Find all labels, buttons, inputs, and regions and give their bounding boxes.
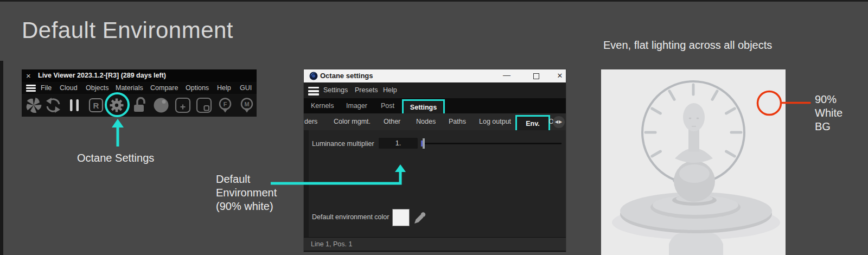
tab-color-mgmt[interactable]: Color mgmt. [334,118,371,125]
material-sphere-icon[interactable] [151,95,171,115]
tab-env-label: Env. [526,120,539,127]
picture-region-icon[interactable] [194,95,214,115]
tab-post[interactable]: Post [381,102,394,110]
close-icon[interactable]: ✕ [552,69,567,82]
render-caption: Even, flat lighting across all objects [603,39,772,52]
octane-settings-titlebar: Octane settings — ✕ [304,69,566,82]
status-bar: Line 1, Pos. 1 [304,237,566,251]
live-viewer-titlebar: × Live Viewer 2023.1.2-[R3] (289 days le… [22,69,257,82]
octane-app-icon [309,72,318,80]
tab-row-sub: ders Color mgmt. Other Nodes Paths Log o… [304,113,566,130]
menu-file[interactable]: File [41,84,52,92]
luminance-row: Luminance multiplier 1. [304,134,566,152]
tab-kernels[interactable]: Kernels [311,102,334,110]
luminance-input[interactable]: 1. [379,138,418,149]
octane-settings-window: Octane settings — ✕ Settings Presets Hel… [304,69,566,252]
menu-settings[interactable]: Settings [323,86,348,94]
menu-options[interactable]: Options [186,84,209,92]
close-icon[interactable]: × [26,71,31,80]
material-pin-icon[interactable]: M [237,95,257,115]
live-viewer-menubar: File Cloud Objects Materials Compare Opt… [22,82,257,94]
default-env-annotation: Default Environment (90% white) [216,173,277,213]
octane-fan-icon[interactable] [24,95,43,115]
menu-compare[interactable]: Compare [150,84,178,92]
tab-env-active[interactable]: Env. [515,115,550,130]
tab-log-output[interactable]: Log output [479,118,511,125]
menu-help[interactable]: Help [217,84,231,92]
maximize-icon[interactable] [528,69,544,82]
env-color-row: Default environment color [304,209,566,225]
octane-settings-title: Octane settings [320,72,373,80]
octane-settings-annotation: Octane Settings [77,152,154,164]
tab-other[interactable]: Other [384,118,400,125]
default-env-line2: Environment [216,186,277,200]
tab-ders-clipped[interactable]: ders [304,118,317,125]
white-bg-line3: BG [815,120,843,133]
pause-icon[interactable] [65,95,84,115]
live-viewer-toolbar: R [22,94,257,117]
env-color-swatch[interactable] [392,209,410,226]
white-bg-line2: White [815,106,843,120]
luminance-label: Luminance multiplier [312,140,374,148]
octane-settings-arrow [110,118,125,148]
f-pin-label: F [224,101,227,107]
lock-open-icon[interactable] [130,95,149,115]
menu-presets[interactable]: Presets [355,86,378,94]
white-bg-annotation: 90% White BG [815,93,843,133]
hamburger-menu-icon[interactable] [308,87,319,97]
live-viewer-window-title: Live Viewer 2023.1.2-[R3] (289 days left… [38,72,166,79]
top-edge-line [0,0,868,2]
live-viewer-window: × Live Viewer 2023.1.2-[R3] (289 days le… [22,69,257,117]
menu-gui[interactable]: GUI [240,84,252,92]
slide: Default Environment × Live Viewer 2023.1… [0,0,868,255]
tab-imager[interactable]: Imager [346,102,367,110]
minimize-icon[interactable]: — [499,69,514,82]
add-region-icon[interactable] [173,95,193,115]
tab-paths[interactable]: Paths [449,118,466,125]
white-bg-line1: 90% [815,93,843,106]
menu-cloud[interactable]: Cloud [60,84,78,92]
refresh-icon[interactable] [43,95,63,115]
window-bottom-edge [304,251,566,252]
r-button-label: R [93,101,99,110]
gear-highlight-circle [103,91,131,119]
focus-pin-icon[interactable]: F [215,95,235,115]
menu-help[interactable]: Help [383,86,397,94]
default-env-line1: Default [216,173,277,186]
status-text: Line 1, Pos. 1 [311,240,352,248]
tab-settings-label: Settings [410,104,437,111]
default-env-arrow [270,163,406,185]
env-color-label: Default environment color [312,213,389,221]
page-title: Default Environment [22,17,233,43]
luminance-slider-track[interactable] [425,143,561,144]
tab-overflow-icon[interactable]: ◀▶ [553,116,565,128]
default-env-line3: (90% white) [216,200,277,213]
m-pin-label: M [244,101,249,107]
eyedropper-icon[interactable] [413,209,426,225]
left-edge-line [0,61,3,255]
white-bg-callout [755,89,868,119]
hamburger-menu-icon[interactable] [26,85,36,93]
tab-row-main: Kernels Imager Post Settings [304,98,566,113]
octane-settings-menubar: Settings Presets Help [304,82,566,98]
tab-nodes[interactable]: Nodes [416,118,436,125]
